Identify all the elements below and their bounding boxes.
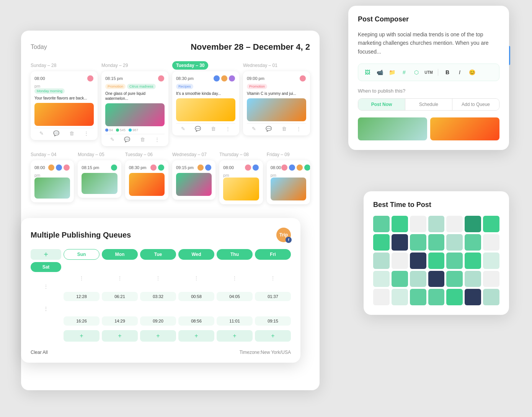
day-col-wed01: Wednesday – 01 09:00 pm Promotion Vitami… xyxy=(243,63,310,146)
more-icon[interactable]: ⋮ xyxy=(225,126,230,132)
calendar-header: Today November 28 – December 4, 2 xyxy=(31,42,310,52)
time-slot[interactable]: 08:56 xyxy=(178,316,214,326)
add-time-thu[interactable]: + xyxy=(178,330,214,342)
heatmap-cell xyxy=(410,252,426,269)
italic-icon[interactable]: I xyxy=(455,68,464,77)
day-btn-tue[interactable]: Tue xyxy=(140,249,176,260)
add-time-fri[interactable]: + xyxy=(217,330,253,342)
queues-footer: Clear All Timezone:New York/USA xyxy=(31,350,291,355)
time-slot[interactable]: 04:05 xyxy=(217,292,253,301)
post-image xyxy=(223,178,259,200)
avatar xyxy=(289,164,295,171)
add-time-wed[interactable]: + xyxy=(140,330,176,342)
hash-icon[interactable]: # xyxy=(400,68,409,77)
heatmap-cell xyxy=(373,289,390,305)
post-card-mon05[interactable]: 08:15 pm xyxy=(78,160,121,198)
dot: ⋮ xyxy=(178,275,214,281)
video-icon[interactable]: 📹 xyxy=(375,68,384,77)
edit-icon[interactable]: ✎ xyxy=(252,126,256,132)
time-slot[interactable]: 00:58 xyxy=(178,292,214,301)
comment-icon[interactable]: 💬 xyxy=(195,126,201,132)
comment-icon[interactable]: 💬 xyxy=(124,137,130,142)
avatar xyxy=(299,75,306,82)
post-card-fri09[interactable]: 08:00 pm xyxy=(267,160,310,204)
day-label-tue30: Tuesday – 30 xyxy=(172,63,239,68)
day-label-wed07: Wednesday – 07 xyxy=(172,152,215,157)
post-card-mon29[interactable]: 08:15 pm Promotion Citrus madness One gl… xyxy=(101,71,168,146)
post-card-sun04[interactable]: 08:00 pm xyxy=(31,160,74,202)
folder-icon[interactable]: 📁 xyxy=(387,68,397,77)
time-slot[interactable]: 09:15 xyxy=(255,316,291,326)
delete-icon[interactable]: 🗑 xyxy=(282,126,287,132)
day-label-tue06: Tuesday – 06 xyxy=(125,152,168,157)
edit-icon[interactable]: ✎ xyxy=(110,137,114,142)
heatmap-cell xyxy=(428,252,445,269)
avatar xyxy=(205,164,212,171)
post-card-wed07[interactable]: 09:15 pm xyxy=(172,160,215,200)
post-text: Your favorite flavors are back... xyxy=(34,96,94,101)
day-label-fri09: Friday – 09 xyxy=(267,152,310,157)
day-btn-thu[interactable]: Thu xyxy=(217,249,253,260)
delete-icon[interactable]: 🗑 xyxy=(69,130,74,136)
post-card-wed01[interactable]: 09:00 pm Promotion Vitamin C is yummy an… xyxy=(243,71,310,135)
post-time: 08:30 pm xyxy=(129,164,165,171)
more-options[interactable]: ⋮ xyxy=(31,303,61,314)
time-slot[interactable]: 03:32 xyxy=(140,292,176,301)
time-slot[interactable]: 16:26 xyxy=(64,316,100,326)
heatmap-cell xyxy=(392,234,408,251)
tag-citrus: Citrus madness xyxy=(127,84,156,89)
dots-row: ⋮ ⋮ ⋮ ⋮ ⋮ ⋮ ⋮ xyxy=(31,275,291,290)
link-icon[interactable]: ⬡ xyxy=(412,68,421,77)
add-time-mon[interactable]: + xyxy=(64,330,100,342)
edit-icon[interactable]: ✎ xyxy=(39,130,44,136)
comment-icon[interactable]: 💬 xyxy=(266,126,272,132)
today-label[interactable]: Today xyxy=(31,44,47,50)
post-card-tue06[interactable]: 08:30 pm xyxy=(125,160,168,200)
image-icon[interactable]: 🖼 xyxy=(363,68,372,77)
time-slot[interactable]: 14:29 xyxy=(102,316,138,326)
avatar xyxy=(213,75,220,82)
clear-all-button[interactable]: Clear All xyxy=(31,350,48,355)
avatar xyxy=(63,164,70,171)
day-btn-sun[interactable]: Sun xyxy=(64,249,100,260)
day-btn-mon[interactable]: Mon xyxy=(102,249,138,260)
bold-icon[interactable]: B xyxy=(443,68,452,77)
add-time-tue[interactable]: + xyxy=(102,330,138,342)
preview-images xyxy=(358,117,499,140)
time-slot[interactable]: 12:28 xyxy=(64,292,100,301)
post-card-thu08[interactable]: 08:00 pm xyxy=(219,160,263,204)
heatmap-cell xyxy=(392,252,408,269)
composer-text[interactable]: Keeping up with social media trends is o… xyxy=(358,30,499,56)
plus-button[interactable]: + xyxy=(31,249,61,260)
post-text: It's a smoothie kinda day... xyxy=(176,91,235,96)
schedule-option[interactable]: Schedule xyxy=(405,99,452,110)
post-time-wed01: 09:00 pm xyxy=(247,75,306,82)
utm-icon[interactable]: UTM xyxy=(424,68,433,77)
post-card-tue30[interactable]: 08:30 pm Recipes It's a smoothie kinda d… xyxy=(172,71,239,135)
edit-icon[interactable]: ✎ xyxy=(181,126,185,132)
more-icon[interactable]: ⋮ xyxy=(84,130,89,136)
comment-icon[interactable]: 💬 xyxy=(53,130,59,136)
add-time-sat[interactable]: + xyxy=(255,330,291,342)
time-slot[interactable]: 06:21 xyxy=(102,292,138,301)
day-btn-fri[interactable]: Fri xyxy=(255,249,291,260)
more-icon[interactable]: ⋮ xyxy=(155,137,160,142)
time-slot[interactable]: 09:20 xyxy=(140,316,176,326)
more-icon[interactable]: ⋮ xyxy=(296,126,301,132)
avatar xyxy=(197,164,204,171)
emoji-icon[interactable]: 😊 xyxy=(467,68,477,77)
post-time: 08:00 xyxy=(223,164,259,171)
date-range: November 28 – December 4, 2 xyxy=(191,42,310,52)
add-to-queue-option[interactable]: Add to Queue xyxy=(452,99,499,110)
best-time-title: Best Time to Post xyxy=(373,201,499,209)
heatmap-cell xyxy=(483,289,499,305)
time-slot[interactable]: 01:37 xyxy=(255,292,291,301)
time-slot[interactable]: 11:01 xyxy=(217,316,253,326)
post-now-option[interactable]: Post Now xyxy=(358,99,405,110)
post-card-sun28[interactable]: 08:00 pm Monday morning Your favorite fl… xyxy=(31,71,98,140)
day-btn-sat[interactable]: Sat xyxy=(31,262,61,272)
delete-icon[interactable]: 🗑 xyxy=(211,126,216,132)
day-btn-wed[interactable]: Wed xyxy=(178,249,214,260)
delete-icon[interactable]: 🗑 xyxy=(140,137,145,142)
dot: ⋮ xyxy=(102,275,138,281)
